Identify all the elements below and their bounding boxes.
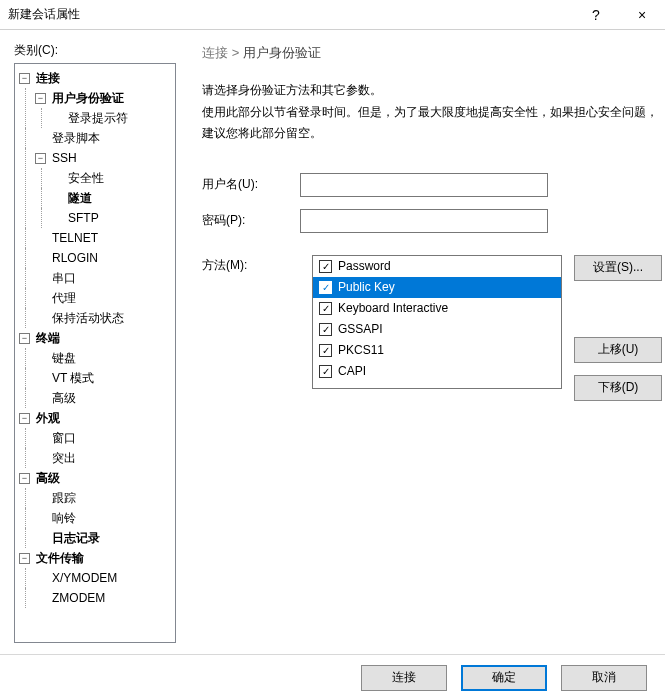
connect-button[interactable]: 连接 xyxy=(361,665,447,691)
checkbox-icon[interactable]: ✓ xyxy=(319,344,332,357)
move-down-button[interactable]: 下移(D) xyxy=(574,375,662,401)
cancel-button[interactable]: 取消 xyxy=(561,665,647,691)
method-item[interactable]: ✓Public Key xyxy=(313,277,561,298)
dialog-footer: 连接 确定 取消 xyxy=(0,654,665,700)
tree-item-proxy[interactable]: 代理 xyxy=(50,288,78,308)
tree-item-ssh[interactable]: SSH xyxy=(50,148,79,168)
tree-item-telnet[interactable]: TELNET xyxy=(50,228,100,248)
password-label: 密码(P): xyxy=(202,212,300,229)
method-listbox[interactable]: ✓Password✓Public Key✓Keyboard Interactiv… xyxy=(312,255,562,389)
checkbox-icon[interactable]: ✓ xyxy=(319,302,332,315)
tree-item-xymodem[interactable]: X/YMODEM xyxy=(50,568,119,588)
method-item[interactable]: ✓GSSAPI xyxy=(313,319,561,340)
tree-item-log[interactable]: 日志记录 xyxy=(50,528,102,548)
tree-item-login-script[interactable]: 登录脚本 xyxy=(50,128,102,148)
method-item-label: CAPI xyxy=(338,364,366,378)
tree-item-filetransfer[interactable]: 文件传输 xyxy=(34,548,86,568)
tree-item-zmodem[interactable]: ZMODEM xyxy=(50,588,107,608)
method-item-label: Public Key xyxy=(338,280,395,294)
method-item[interactable]: ✓CAPI xyxy=(313,361,561,382)
tree-item-login-prompt[interactable]: 登录提示符 xyxy=(66,108,130,128)
tree-item-keepalive[interactable]: 保持活动状态 xyxy=(50,308,126,328)
method-item[interactable]: ✓Password xyxy=(313,256,561,277)
tree-item-rlogin[interactable]: RLOGIN xyxy=(50,248,100,268)
username-input[interactable] xyxy=(300,173,548,197)
titlebar: 新建会话属性 ? × xyxy=(0,0,665,30)
method-item[interactable]: ✓Keyboard Interactive xyxy=(313,298,561,319)
checkbox-icon[interactable]: ✓ xyxy=(319,281,332,294)
method-label: 方法(M): xyxy=(202,255,300,274)
category-tree[interactable]: −连接 −用户身份验证 登录提示符 登录脚本 −SSH 安全性 xyxy=(14,63,176,643)
tree-item-tunnel[interactable]: 隧道 xyxy=(66,188,94,208)
help-button[interactable]: ? xyxy=(573,0,619,30)
tree-item-vtmode[interactable]: VT 模式 xyxy=(50,368,96,388)
checkbox-icon[interactable]: ✓ xyxy=(319,323,332,336)
tree-item-terminal[interactable]: 终端 xyxy=(34,328,62,348)
username-label: 用户名(U): xyxy=(202,176,300,193)
tree-item-trace[interactable]: 跟踪 xyxy=(50,488,78,508)
method-item[interactable]: ✓PKCS11 xyxy=(313,340,561,361)
category-label: 类别(C): xyxy=(14,42,176,59)
tree-item-appearance[interactable]: 外观 xyxy=(34,408,62,428)
ok-button[interactable]: 确定 xyxy=(461,665,547,691)
close-button[interactable]: × xyxy=(619,0,665,30)
method-item-label: Keyboard Interactive xyxy=(338,301,448,315)
tree-item-highlight[interactable]: 突出 xyxy=(50,448,78,468)
collapse-icon[interactable]: − xyxy=(19,553,30,564)
tree-item-keyboard[interactable]: 键盘 xyxy=(50,348,78,368)
collapse-icon[interactable]: − xyxy=(19,473,30,484)
checkbox-icon[interactable]: ✓ xyxy=(319,365,332,378)
method-item-label: GSSAPI xyxy=(338,322,383,336)
move-up-button[interactable]: 上移(U) xyxy=(574,337,662,363)
collapse-icon[interactable]: − xyxy=(35,153,46,164)
tree-item-security[interactable]: 安全性 xyxy=(66,168,106,188)
tree-item-advanced[interactable]: 高级 xyxy=(34,468,62,488)
description: 请选择身份验证方法和其它参数。 使用此部分以节省登录时间。但是，为了最大限度地提… xyxy=(202,80,662,145)
method-item-label: PKCS11 xyxy=(338,343,384,357)
collapse-icon[interactable]: − xyxy=(19,73,30,84)
tree-item-window[interactable]: 窗口 xyxy=(50,428,78,448)
tree-item-user-auth[interactable]: 用户身份验证 xyxy=(50,88,126,108)
collapse-icon[interactable]: − xyxy=(19,333,30,344)
tree-item-connection[interactable]: 连接 xyxy=(34,68,62,88)
breadcrumb: 连接 > 用户身份验证 xyxy=(202,44,662,62)
setup-button[interactable]: 设置(S)... xyxy=(574,255,662,281)
collapse-icon[interactable]: − xyxy=(35,93,46,104)
collapse-icon[interactable]: − xyxy=(19,413,30,424)
password-input[interactable] xyxy=(300,209,548,233)
tree-item-serial[interactable]: 串口 xyxy=(50,268,78,288)
tree-item-advanced[interactable]: 高级 xyxy=(50,388,78,408)
tree-item-sftp[interactable]: SFTP xyxy=(66,208,101,228)
tree-item-bell[interactable]: 响铃 xyxy=(50,508,78,528)
method-item-label: Password xyxy=(338,259,391,273)
window-title: 新建会话属性 xyxy=(0,6,80,23)
checkbox-icon[interactable]: ✓ xyxy=(319,260,332,273)
